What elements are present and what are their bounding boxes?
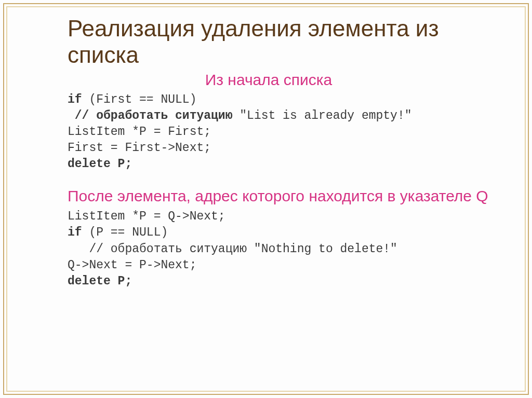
section1-heading: Из начала списка [68,71,470,89]
section1-code: if (First == NULL) // обработать ситуаци… [68,92,501,172]
slide-title: Реализация удаления элемента из списка [68,16,501,68]
slide-content: Реализация удаления элемента из списка И… [68,16,501,382]
section2-code: ListItem *P = Q->Next; if (P == NULL) //… [68,209,501,289]
section2-heading: После элемента, адрес которого находится… [87,187,501,205]
